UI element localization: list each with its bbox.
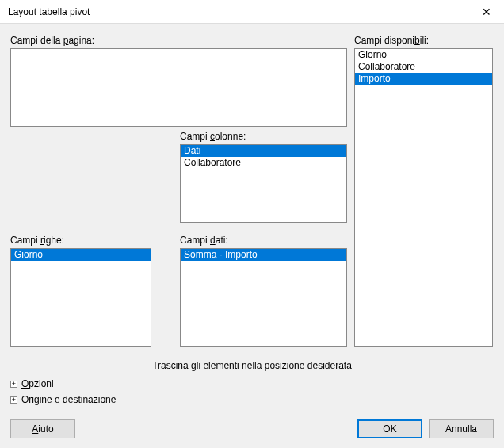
row-fields-label: Campi righe: [10, 235, 151, 246]
window-title: Layout tabella pivot [8, 6, 90, 17]
page-fields-label: Campi della pagina: [10, 35, 347, 46]
close-button[interactable]: ✕ [469, 0, 504, 24]
help-button[interactable]: Aiuto [10, 419, 75, 438]
column-fields-section: Campi colonne: DatiCollaboratore [180, 131, 347, 223]
options-label: Opzioni [21, 378, 54, 389]
available-fields-label: Campi disponibili: [354, 35, 493, 46]
page-fields-list[interactable] [10, 48, 347, 127]
list-item[interactable]: Collaboratore [181, 157, 346, 169]
options-expander[interactable]: + Opzioni [10, 377, 54, 390]
list-item[interactable]: Somma - Importo [181, 249, 346, 261]
close-icon: ✕ [482, 6, 491, 18]
plus-icon: + [10, 396, 17, 404]
button-row: Aiuto OK Annulla [10, 419, 494, 438]
list-item[interactable]: Giorno [11, 249, 151, 261]
row-fields-section: Campi righe: Giorno [10, 235, 151, 347]
plus-icon: + [10, 381, 17, 388]
data-fields-list[interactable]: Somma - Importo [180, 248, 347, 347]
titlebar: Layout tabella pivot ✕ [0, 0, 504, 24]
dialog-content: Campi della pagina: Campi colonne: DatiC… [0, 24, 504, 448]
source-destination-expander[interactable]: + Origine e destinazione [10, 393, 116, 406]
list-item[interactable]: Collaboratore [355, 61, 492, 73]
ok-button[interactable]: OK [357, 419, 422, 438]
list-item[interactable]: Importo [355, 73, 492, 85]
page-fields-section: Campi della pagina: [10, 35, 347, 127]
list-item[interactable]: Dati [181, 145, 346, 157]
drag-hint: Trascina gli elementi nella posizione de… [0, 360, 504, 371]
list-item[interactable]: Giorno [355, 49, 492, 61]
data-fields-label: Campi dati: [180, 235, 347, 246]
data-fields-section: Campi dati: Somma - Importo [180, 235, 347, 347]
cancel-button[interactable]: Annulla [429, 419, 494, 438]
source-destination-label: Origine e destinazione [21, 394, 116, 405]
available-fields-section: Campi disponibili: GiornoCollaboratoreIm… [354, 35, 493, 347]
column-fields-label: Campi colonne: [180, 131, 347, 142]
column-fields-list[interactable]: DatiCollaboratore [180, 144, 347, 223]
row-fields-list[interactable]: Giorno [10, 248, 151, 347]
available-fields-list[interactable]: GiornoCollaboratoreImporto [354, 48, 493, 347]
